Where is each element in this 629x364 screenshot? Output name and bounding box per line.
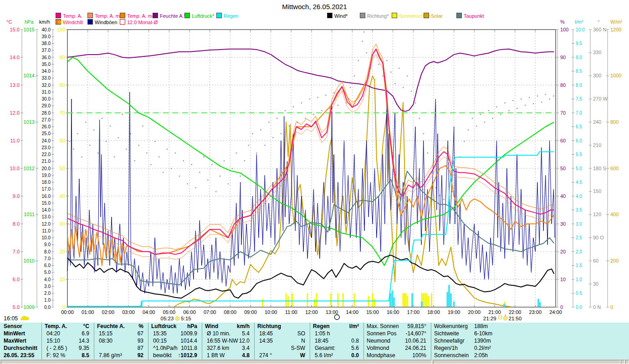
axis-label: 26.0 — [42, 124, 51, 129]
axis-label: 40 — [60, 193, 65, 199]
axis-label: 08:00 — [224, 309, 237, 315]
stats-column-wolken: Wolkenunterg188mSichtweite6-10kmSchneefa… — [431, 323, 629, 360]
axis-label: km/h — [39, 19, 50, 25]
axis-label: 25.0 — [42, 131, 51, 136]
stats-cell: 04:206.9 — [45, 330, 92, 337]
axis-label: 13.0 — [42, 214, 51, 219]
axis-label: 18:00 — [427, 309, 440, 315]
axis-label: 39.0 — [42, 34, 51, 39]
axis-label: 24.0 — [42, 138, 51, 143]
axis-label: 90 O — [593, 235, 604, 240]
status-bar-segment-0 — [1, 360, 432, 364]
series-richtung-dots-dot — [496, 106, 497, 107]
axis-label: 15.0 — [10, 27, 20, 32]
stats-cell: Sonnenschein2:05h — [434, 352, 627, 359]
status-bar-segment-2 — [621, 360, 625, 364]
series-richtung-dots-dot — [435, 187, 436, 188]
axis-label: 8.0 — [576, 83, 582, 88]
axis-label: °C — [6, 19, 12, 25]
axis-label: 0 — [62, 304, 65, 310]
series-richtung-dots-dot — [537, 96, 538, 96]
axis-label: 1000 — [610, 73, 621, 78]
series-richtung-dots-dot — [480, 114, 481, 115]
stats-cell: 14:35N — [257, 337, 308, 344]
series-richtung-dots-dot — [350, 87, 351, 88]
cell-value: 93 — [138, 337, 143, 344]
axis-label: 6.5 — [576, 124, 582, 129]
axis-label: 100 — [57, 27, 65, 32]
axis-label: 13.0 — [10, 82, 20, 88]
axis-label: 12.0 — [10, 110, 20, 116]
moonrise-time: 21:29 — [483, 316, 496, 321]
axis-label: 360 N — [593, 27, 606, 32]
series-richtung-dots-dot — [159, 157, 159, 157]
cell-value: 5.6 — [351, 344, 359, 352]
axis-label: 70 — [60, 110, 65, 116]
axis-label: 80 — [560, 82, 566, 88]
info-label: Wolkenunterg — [434, 323, 468, 329]
info-label: Vollmond — [367, 345, 389, 351]
series-richtung-dots-dot — [338, 105, 338, 106]
axis-label: 18.0 — [42, 180, 51, 185]
axis-label: 40.0 — [42, 27, 51, 32]
axis-label: 40 — [560, 193, 566, 199]
axis-label: 6.0 — [13, 277, 20, 282]
series-richtung-dots-dot — [122, 114, 123, 115]
series-richtung-dots-dot — [423, 133, 424, 134]
info-label: Mondphase — [367, 352, 395, 359]
axis-label: 32.0 — [42, 83, 51, 88]
cell-label: 15:15 — [99, 330, 113, 337]
col-unit: % — [138, 323, 143, 330]
axis-label: 9.5 — [576, 41, 582, 46]
series-richtung-dots-dot — [183, 160, 184, 161]
axis-label: 14.0 — [42, 207, 51, 212]
series-richtung-dots-dot — [333, 92, 334, 93]
series-temp-max — [67, 44, 554, 249]
stats-cell: 274 °W — [257, 352, 308, 359]
stats-cell: 87 — [97, 344, 146, 352]
stats-cell: MaxWert — [4, 337, 39, 344]
cell-label: 15:10 — [46, 338, 60, 344]
stats-column-astro: Max. Sonnen59,815°Sonnen Pos-14,607°Neum… — [363, 323, 431, 360]
axis-label: ° — [598, 19, 599, 25]
cell-value: 8.5 — [82, 352, 89, 359]
axis-label: 07:00 — [204, 309, 216, 315]
axis-label: 1010 — [24, 258, 35, 263]
stats-cell: MinWert — [4, 330, 39, 337]
info-label: Sichtweite — [434, 330, 459, 337]
weather-cloud-icon — [21, 316, 29, 320]
axis-label: 16.0 — [42, 194, 51, 199]
stats-cell: Regen/1h0.2l/m² — [434, 344, 627, 352]
series-richtung-dots-dot — [476, 126, 477, 126]
stats-cell: Sonnen Pos-14,607° — [367, 330, 429, 337]
stats-cell: 1:05 h — [313, 330, 362, 337]
axis-label: W/m² — [610, 19, 623, 25]
stats-cell: Regenl/m² — [313, 323, 362, 330]
axis-label: 28.0 — [42, 111, 51, 116]
cell-value: 9.35 — [79, 344, 89, 352]
stats-column-wind: Windkm/hØ 10 min.5.416:55 W-NW12.0327.6 … — [202, 323, 254, 360]
series-richtung-dots-dot — [378, 64, 379, 65]
solar-start-time: 5:15 — [181, 316, 191, 321]
series-richtung-dots-dot — [248, 145, 249, 146]
info-value: 24.06.21 — [405, 344, 426, 352]
axis-label: 10:00 — [265, 309, 277, 315]
sunset-sun-icon — [503, 316, 507, 320]
info-label: Sonnenschein — [434, 352, 469, 359]
info-label: Schneefallgr — [434, 338, 465, 344]
stats-column-temp: Temp. A.°C04:206.915:1014.3( - 2.65 )9.3… — [41, 323, 94, 360]
series-richtung-dots-dot — [403, 87, 404, 88]
series-temp-min — [67, 54, 554, 259]
axis-label: 04:00 — [143, 309, 155, 315]
stats-cell: Mondphase100% — [367, 352, 429, 359]
info-value: 59,815° — [407, 323, 426, 330]
axis-label: 09:00 — [244, 309, 257, 315]
stats-cell: ( - 2.65 )9.35 — [45, 344, 92, 352]
series-richtung-dots-dot — [224, 160, 225, 161]
axis-label: 15.0 — [42, 201, 51, 206]
stats-cell: Durchschnitt — [4, 344, 39, 352]
axis-label: 29.0 — [42, 103, 51, 108]
axis-label: 02:00 — [102, 309, 115, 315]
stats-cell: 15:1567 — [97, 330, 146, 337]
series-richtung-dots-dot — [504, 102, 505, 103]
